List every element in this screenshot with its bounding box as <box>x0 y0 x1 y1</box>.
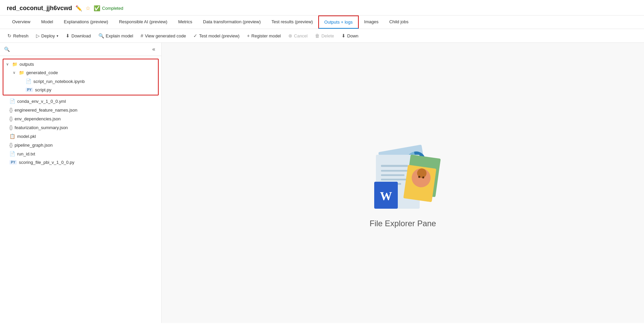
file-name: script.py <box>35 87 51 92</box>
chevron-down-icon: ∨ <box>6 62 10 66</box>
file-icon: 📄 <box>9 98 15 104</box>
svg-rect-9 <box>381 174 405 176</box>
down-button[interactable]: ⬇ Down <box>338 31 362 40</box>
file-icon: 📄 <box>9 151 15 156</box>
check-icon: ✅ <box>94 5 100 11</box>
tab-images[interactable]: Images <box>359 16 384 28</box>
file-name: env_dependencies.json <box>14 116 61 121</box>
folder-icon: 📁 <box>12 62 18 67</box>
tree-item-outputs[interactable]: ∨ 📁 outputs <box>3 60 158 68</box>
tab-outputs-logs[interactable]: Outputs + logs <box>318 16 359 29</box>
chevron-down-icon: ∨ <box>13 70 17 75</box>
file-name: engineered_feature_names.json <box>14 108 77 113</box>
delete-icon: 🗑 <box>315 33 320 38</box>
down-icon: ⬇ <box>342 33 346 38</box>
tab-overview[interactable]: Overview <box>7 16 36 28</box>
register-model-button[interactable]: + Register model <box>244 31 284 40</box>
json-icon: {} <box>9 142 12 148</box>
file-name: script_run_notebook.ipynb <box>33 79 85 84</box>
tab-test-results[interactable]: Test results (preview) <box>266 16 318 28</box>
json-icon: {} <box>9 107 12 113</box>
tree-item-run-id[interactable]: 📄 run_id.txt <box>0 149 161 158</box>
refresh-icon: ↻ <box>7 33 11 38</box>
file-name: featurization_summary.json <box>14 125 68 130</box>
tree-item-featurization-summary[interactable]: {} featurization_summary.json <box>0 123 161 132</box>
file-name: model.pkl <box>17 134 36 139</box>
tab-data-transformation[interactable]: Data transformation (preview) <box>198 16 266 28</box>
json-icon: {} <box>9 116 12 121</box>
folder-icon: 📁 <box>19 70 24 75</box>
py-badge: PY <box>9 160 17 165</box>
edit-icon[interactable]: ✏️ <box>75 5 82 11</box>
file-name: pipeline_graph.json <box>14 143 53 148</box>
file-explorer-illustration: W File Explorer Pane <box>356 138 450 228</box>
tree-item-env-dependencies[interactable]: {} env_dependencies.json <box>0 114 161 123</box>
view-generated-code-button[interactable]: # View generated code <box>137 31 189 40</box>
search-icon: 🔍 <box>98 33 104 38</box>
search-input[interactable] <box>12 47 52 52</box>
tree-item-conda-env[interactable]: 📄 conda_env_v_1_0_0.yml <box>0 97 161 106</box>
page-title: red_coconut_jjh6vcwd <box>7 5 72 12</box>
svg-rect-10 <box>381 179 410 180</box>
tree-item-engineered-features[interactable]: {} engineered_feature_names.json <box>0 106 161 114</box>
search-icon: 🔍 <box>4 47 10 52</box>
file-explorer-label: File Explorer Pane <box>369 219 436 228</box>
tree-item-notebook[interactable]: › 📄 script_run_notebook.ipynb <box>3 77 158 86</box>
plus-icon: + <box>247 33 250 38</box>
file-name: scoring_file_pbi_v_1_0_0.py <box>19 160 74 165</box>
main-area: 🔍 « ∨ 📁 outputs ∨ 📁 generated_code <box>0 43 644 323</box>
tree-item-scoring-file[interactable]: PY scoring_file_pbi_v_1_0_0.py <box>0 158 161 167</box>
toolbar: ↻ Refresh ▷ Deploy ▾ ⬇ Download 🔍 Explai… <box>0 29 644 43</box>
chevron-down-icon: ▾ <box>57 34 58 38</box>
download-button[interactable]: ⬇ Download <box>62 31 94 40</box>
download-icon: ⬇ <box>66 33 70 38</box>
right-panel: W File Explorer Pane <box>162 43 644 323</box>
tree-item-model-pkl[interactable]: 📋 model.pkl <box>0 132 161 141</box>
test-model-button[interactable]: ✓ Test model (preview) <box>190 31 243 40</box>
refresh-button[interactable]: ↻ Refresh <box>4 31 32 40</box>
tab-responsible-ai[interactable]: Responsible AI (preview) <box>114 16 173 28</box>
svg-text:W: W <box>380 189 392 203</box>
explain-model-button[interactable]: 🔍 Explain model <box>95 31 137 40</box>
header: red_coconut_jjh6vcwd ✏️ ☆ ✅ Completed <box>0 0 644 16</box>
file-name: outputs <box>20 62 34 67</box>
tree-item-script-py[interactable]: › PY script.py <box>3 86 158 94</box>
status-badge: ✅ Completed <box>94 5 123 11</box>
file-tree: ∨ 📁 outputs ∨ 📁 generated_code › 📄 scrip… <box>0 56 161 323</box>
delete-button[interactable]: 🗑 Delete <box>312 31 337 40</box>
tab-model[interactable]: Model <box>36 16 58 28</box>
file-icon: 📋 <box>9 134 15 139</box>
tree-item-pipeline-graph[interactable]: {} pipeline_graph.json <box>0 141 161 149</box>
collapse-button[interactable]: « <box>150 46 157 53</box>
tab-metrics[interactable]: Metrics <box>173 16 198 28</box>
py-badge: PY <box>26 88 33 92</box>
left-panel: 🔍 « ∨ 📁 outputs ∨ 📁 generated_code <box>0 43 162 323</box>
nav-tabs: Overview Model Explanations (preview) Re… <box>0 16 644 29</box>
illustration-svg: W <box>356 138 450 212</box>
search-box: 🔍 <box>4 47 65 52</box>
left-panel-header: 🔍 « <box>0 43 161 56</box>
deploy-icon: ▷ <box>36 33 40 38</box>
svg-rect-8 <box>381 170 411 172</box>
svg-rect-7 <box>381 165 408 167</box>
check-icon: ✓ <box>193 33 197 38</box>
favorite-icon[interactable]: ☆ <box>86 5 90 11</box>
tab-child-jobs[interactable]: Child jobs <box>384 16 414 28</box>
hash-icon: # <box>140 33 143 38</box>
json-icon: {} <box>9 125 12 130</box>
tree-item-generated-code[interactable]: ∨ 📁 generated_code <box>3 68 158 77</box>
tab-explanations[interactable]: Explanations (preview) <box>59 16 114 28</box>
file-name: generated_code <box>26 70 58 75</box>
cancel-button[interactable]: ⊗ Cancel <box>285 31 311 40</box>
cancel-icon: ⊗ <box>288 33 292 38</box>
notebook-icon: 📄 <box>26 79 31 84</box>
deploy-button[interactable]: ▷ Deploy ▾ <box>33 31 62 40</box>
file-name: conda_env_v_1_0_0.yml <box>17 99 66 104</box>
file-name: run_id.txt <box>17 151 35 156</box>
